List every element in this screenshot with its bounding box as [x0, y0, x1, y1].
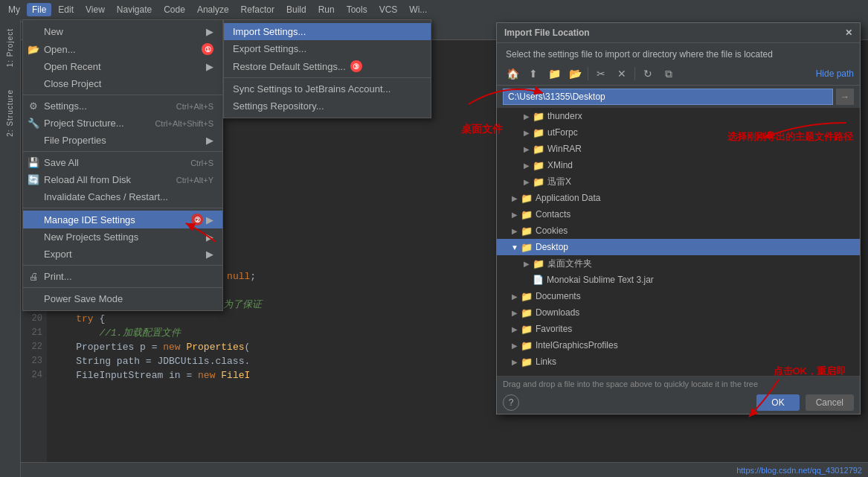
dialog-path-input[interactable]	[503, 89, 833, 105]
dialog-title: Import File Location	[504, 28, 590, 38]
tree-item-thunderx[interactable]: ▶ 📁thunderx	[497, 108, 860, 124]
submenu-import-settings[interactable]: Import Settings...	[224, 23, 431, 40]
file-menu: New ▶ 📂 Open... ① Open Recent ▶ Close Pr…	[22, 19, 223, 311]
help-button[interactable]: ?	[503, 394, 519, 411]
dialog-toolbar: 🏠 ⬆ 📁 📂 ✂ ✕ ↻ ⧉ Hide path	[497, 63, 860, 86]
hide-path-button[interactable]: Hide path	[816, 68, 854, 79]
toolbar-separator-2	[634, 67, 635, 80]
submenu-export-settings[interactable]: Export Settings...	[224, 40, 431, 57]
status-url: https://blog.csdn.net/qq_43012792	[736, 466, 862, 475]
toolbar-newfolder-btn[interactable]: 📂	[565, 65, 585, 82]
submenu-separator	[224, 77, 431, 78]
dialog-bottom-bar: ? OK Cancel	[497, 391, 860, 414]
dialog-title-bar: Import File Location ✕	[497, 23, 860, 43]
menu-item-save-all[interactable]: 💾 Save All Ctrl+S	[23, 154, 222, 171]
toolbar-home-btn[interactable]: 🏠	[503, 65, 522, 82]
tree-item-links[interactable]: ▶ 📁Links	[497, 353, 860, 370]
tree-item-winrar[interactable]: ▶ 📁WinRAR	[497, 141, 860, 157]
dialog-path-bar: →	[497, 86, 860, 108]
menu-run[interactable]: Run	[313, 3, 340, 16]
submenu-sync-settings[interactable]: Sync Settings to JetBrains Account...	[224, 80, 431, 97]
menu-wi[interactable]: Wi...	[404, 3, 432, 16]
tree-item-utforpc[interactable]: ▶ 📁utForpc	[497, 124, 860, 141]
ok-button[interactable]: OK	[756, 394, 799, 411]
tree-item-downloads[interactable]: ▶ 📁Downloads	[497, 304, 860, 321]
manage-ide-submenu: Import Settings... Export Settings... Re…	[223, 19, 431, 118]
dialog-footer-text: Drag and drop a file into the space abov…	[497, 376, 860, 391]
tree-item-monokai-jar[interactable]: ▶ 📄Monokai Sublime Text 3.jar	[497, 272, 860, 288]
menu-item-new[interactable]: New ▶	[23, 23, 222, 40]
dialog-path-go-button[interactable]: →	[836, 89, 854, 105]
sidebar-label-project[interactable]: 1: Project	[6, 28, 14, 67]
menu-item-project-structure[interactable]: 🔧 Project Structure... Ctrl+Alt+Shift+S	[23, 115, 222, 132]
menu-item-file-properties[interactable]: File Properties ▶	[23, 132, 222, 149]
tree-item-xunleix[interactable]: ▶ 📁迅雷X	[497, 173, 860, 190]
menu-item-open-recent[interactable]: Open Recent ▶	[23, 58, 222, 75]
dialog-file-tree[interactable]: ▶ 📁thunderx ▶ 📁utForpc ▶ 📁WinRAR ▶ 📁XMin…	[497, 108, 860, 376]
toolbar-copy-btn[interactable]: ⧉	[659, 65, 678, 82]
menu-bar: My File Edit View Navigate Code Analyze …	[0, 0, 868, 19]
sidebar-label-structure[interactable]: 2: Structure	[6, 89, 14, 137]
tree-item-desktop[interactable]: ▼ 📁Desktop	[497, 239, 860, 255]
dialog-close-button[interactable]: ✕	[845, 28, 852, 38]
tree-item-favorites[interactable]: ▶ 📁Favorites	[497, 321, 860, 337]
import-file-location-dialog: Import File Location ✕ Select the settin…	[496, 22, 861, 414]
tree-item-desktop-folder[interactable]: ▶ 📁桌面文件夹	[497, 255, 860, 272]
status-bar: https://blog.csdn.net/qq_43012792	[0, 462, 868, 477]
menu-item-close-project[interactable]: Close Project	[23, 75, 222, 92]
menu-view[interactable]: View	[80, 3, 110, 16]
tree-item-xmind[interactable]: ▶ 📁XMind	[497, 157, 860, 173]
submenu-settings-repo[interactable]: Settings Repository...	[224, 97, 431, 115]
toolbar-separator	[588, 67, 588, 80]
menu-item-power-save[interactable]: Power Save Mode	[23, 290, 222, 307]
menu-separator-2	[23, 151, 222, 152]
menu-item-open[interactable]: 📂 Open... ①	[23, 40, 222, 58]
left-sidebar: 1: Project 2: Structure	[0, 19, 21, 477]
menu-analyze[interactable]: Analyze	[192, 3, 234, 16]
menu-my[interactable]: My	[3, 3, 25, 16]
menu-item-reload[interactable]: 🔄 Reload All from Disk Ctrl+Alt+Y	[23, 171, 222, 188]
menu-navigate[interactable]: Navigate	[112, 3, 157, 16]
cancel-button[interactable]: Cancel	[806, 394, 854, 411]
tree-item-appdata[interactable]: ▶ 📁Application Data	[497, 190, 860, 206]
toolbar-refresh-btn[interactable]: ↻	[638, 65, 658, 82]
toolbar-delete-btn[interactable]: ✕	[612, 65, 631, 82]
menu-tools[interactable]: Tools	[341, 3, 373, 16]
tree-item-intel-graphics[interactable]: ▶ 📁IntelGraphicsProfiles	[497, 337, 860, 353]
toolbar-up-btn[interactable]: ⬆	[524, 65, 543, 82]
menu-refactor[interactable]: Refactor	[236, 3, 280, 16]
dialog-description: Select the settings file to import or di…	[497, 43, 860, 63]
menu-item-new-projects[interactable]: New Projects Settings ▶	[23, 228, 222, 246]
menu-item-manage-ide[interactable]: Manage IDE Settings ② ▶	[23, 211, 222, 228]
menu-separator	[23, 95, 222, 95]
toolbar-cut-btn[interactable]: ✂	[591, 65, 611, 82]
menu-separator-3	[23, 208, 222, 208]
menu-build[interactable]: Build	[281, 3, 312, 16]
menu-vcs[interactable]: VCS	[374, 3, 403, 16]
toolbar-folder-btn[interactable]: 📁	[544, 65, 564, 82]
menu-file[interactable]: File	[27, 3, 51, 16]
menu-separator-4	[23, 265, 222, 266]
menu-item-invalidate[interactable]: Invalidate Caches / Restart...	[23, 188, 222, 205]
tree-item-cookies[interactable]: ▶ 📁Cookies	[497, 223, 860, 239]
menu-item-settings[interactable]: ⚙ Settings... Ctrl+Alt+S	[23, 97, 222, 115]
menu-item-print[interactable]: 🖨 Print...	[23, 268, 222, 285]
submenu-restore-defaults[interactable]: Restore Default Settings... ③	[224, 57, 431, 75]
menu-separator-5	[23, 287, 222, 288]
menu-edit[interactable]: Edit	[53, 3, 79, 16]
tree-item-contacts[interactable]: ▶ 📁Contacts	[497, 206, 860, 223]
tree-item-documents[interactable]: ▶ 📁Documents	[497, 288, 860, 304]
menu-item-export[interactable]: Export ▶	[23, 246, 222, 263]
menu-code[interactable]: Code	[158, 3, 190, 16]
